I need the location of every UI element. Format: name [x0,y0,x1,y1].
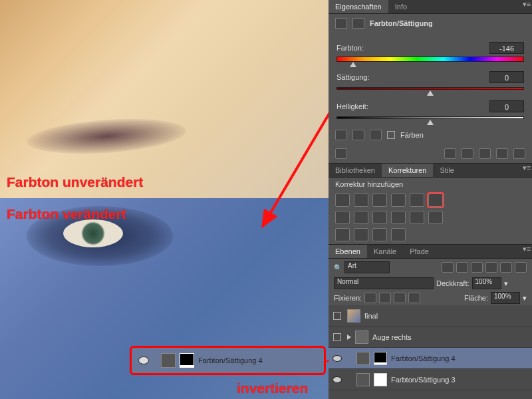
invert-icon[interactable] [428,211,443,224]
layer-callout: Farbton/Sättigung 4 [130,346,326,375]
lig-value[interactable]: 0 [489,100,524,112]
filter-smart-icon[interactable] [500,262,512,273]
prev-state-icon[interactable] [462,148,473,159]
filter-shape-icon[interactable] [485,262,497,273]
layer-name: Auge rechts [372,333,412,341]
hue-sat-icon [335,18,347,29]
colorize-checkbox[interactable] [387,131,395,139]
lock-all-icon[interactable] [408,293,420,303]
table-row[interactable]: Farbton/Sättigung 4 [329,348,532,369]
layer-mask-thumb [180,353,194,368]
hue-label: Farbton: [336,44,489,52]
tab-kanaele[interactable]: Kanäle [367,245,403,258]
color-lookup-icon[interactable] [410,211,424,224]
channel-mixer-icon[interactable] [391,211,406,224]
opacity-value[interactable]: 100% [472,277,501,289]
fill-label: Fläche: [464,294,488,302]
annot-unchanged: Farbton unverändert [7,174,143,190]
chevron-down-icon[interactable]: ▾ [523,294,527,303]
vibrance-icon[interactable] [410,194,424,207]
mask-icon [352,18,364,29]
tab-eigenschaften[interactable]: Eigenschaften [329,0,388,13]
hue-value[interactable]: -146 [489,42,524,54]
panel-menu-icon[interactable]: ▾≡ [521,245,532,258]
right-panels: Eigenschaften Info ▾≡ Farbton/Sättigung … [329,0,532,399]
chevron-down-icon[interactable]: ▾ [504,279,508,288]
visibility-icon [138,356,149,364]
adj-layer-thumb [356,373,370,386]
add-adj-label: Korrektur hinzufügen [329,178,532,191]
trash-icon[interactable] [513,148,525,159]
hue-slider[interactable] [336,55,524,65]
layer-thumb [347,309,360,323]
exposure-icon[interactable] [391,194,406,207]
lock-transparent-icon[interactable] [364,293,376,303]
layer-name: final [364,312,378,320]
panel-menu-icon[interactable]: ▾≡ [521,0,532,13]
properties-tabs: Eigenschaften Info ▾≡ [329,0,532,14]
adj-grid [329,191,462,244]
table-row[interactable]: final [329,305,532,327]
tab-pfade[interactable]: Pfade [403,245,436,258]
lock-image-icon[interactable] [379,293,391,303]
tab-stile[interactable]: Stile [433,164,460,177]
targeted-adj-icon[interactable] [335,148,347,159]
panel-menu-icon[interactable]: ▾≡ [521,164,532,177]
canvas[interactable]: Farbton unverändert Farbton verändert in… [0,0,329,399]
posterize-icon[interactable] [335,228,350,241]
sat-value[interactable]: 0 [489,71,524,83]
lock-label: Fixieren: [334,294,362,302]
visibility-toggle[interactable] [333,312,341,320]
photo-filter-icon[interactable] [372,211,387,224]
hue-sat-adj-icon[interactable] [428,194,443,207]
toggle-vis-icon[interactable] [496,148,508,159]
filter-adj-icon[interactable] [456,262,468,273]
sat-label: Sättigung: [336,73,489,81]
filter-type-icon[interactable] [471,262,483,273]
fill-value[interactable]: 100% [491,292,520,304]
visibility-icon[interactable] [332,376,342,383]
visibility-icon[interactable] [332,355,342,362]
adj-thumb-icon [161,353,176,368]
tab-korrekturen[interactable]: Korrekturen [382,164,433,177]
clip-to-layer-icon[interactable] [444,148,456,159]
blend-mode-select[interactable]: Normal [334,277,434,289]
adj-layer-thumb [356,352,370,365]
filter-toggle-icon[interactable] [515,262,527,273]
eyedropper-icon[interactable] [335,130,347,140]
threshold-icon[interactable] [354,228,368,241]
search-icon[interactable]: 🔍 [334,264,342,271]
annot-changed: Farbton verändert [7,206,126,222]
layers-list: final Auge rechts Farbton/Sättigung 4 [329,305,532,399]
gradient-map-icon[interactable] [391,228,406,241]
reset-icon[interactable] [479,148,491,159]
tab-info[interactable]: Info [388,0,414,13]
group-disclosure-icon[interactable] [347,334,351,340]
properties-header: Farbton/Sättigung [329,14,532,33]
color-balance-icon[interactable] [335,211,350,224]
bw-icon[interactable] [354,211,368,224]
sat-slider[interactable] [336,84,524,94]
callout-layer-name: Farbton/Sättigung 4 [198,356,263,364]
layer-mask-thumb[interactable] [374,352,387,365]
lig-slider[interactable] [336,114,524,123]
visibility-toggle[interactable] [333,333,341,341]
brightness-icon[interactable] [335,194,350,207]
lock-position-icon[interactable] [394,293,406,303]
layer-filter-select[interactable]: Art [344,261,390,273]
lig-label: Helligkeit: [336,102,489,110]
folder-icon [355,331,368,344]
eyedropper-plus-icon[interactable] [352,130,364,140]
filter-pixel-icon[interactable] [442,262,454,273]
properties-title: Farbton/Sättigung [370,19,433,27]
annot-invert: invertieren [237,380,308,396]
table-row[interactable]: Farbton/Sättigung 3 [329,369,532,390]
selective-color-icon[interactable] [372,228,387,241]
curves-icon[interactable] [372,194,387,207]
tab-ebenen[interactable]: Ebenen [329,245,367,258]
eyedropper-minus-icon[interactable] [370,130,382,140]
layer-mask-thumb[interactable] [374,373,387,386]
tab-bibliotheken[interactable]: Bibliotheken [329,164,382,177]
table-row[interactable]: Auge rechts [329,327,532,348]
levels-icon[interactable] [354,194,368,207]
